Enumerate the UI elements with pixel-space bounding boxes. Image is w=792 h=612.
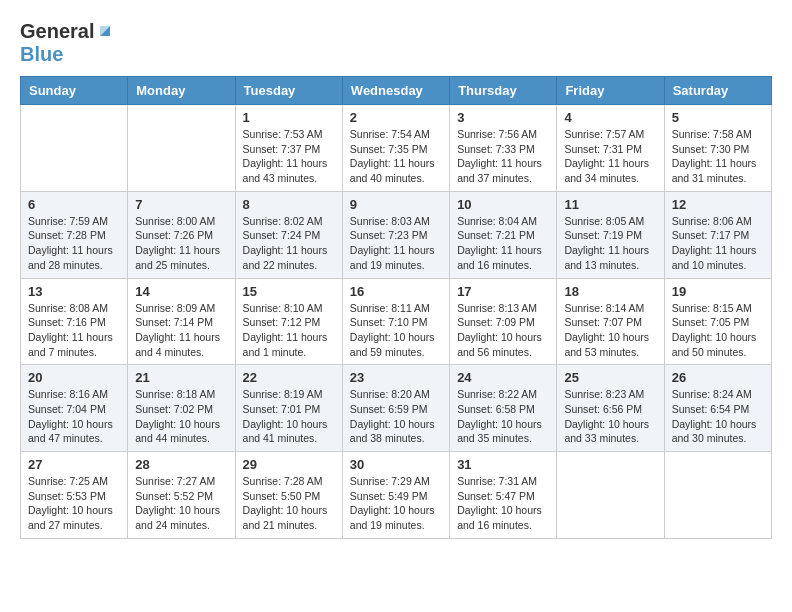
calendar-cell: 4Sunrise: 7:57 AM Sunset: 7:31 PM Daylig… [557,105,664,192]
day-number: 6 [28,197,120,212]
day-info: Sunrise: 7:57 AM Sunset: 7:31 PM Dayligh… [564,127,656,186]
day-info: Sunrise: 7:58 AM Sunset: 7:30 PM Dayligh… [672,127,764,186]
day-header-thursday: Thursday [450,77,557,105]
day-info: Sunrise: 8:14 AM Sunset: 7:07 PM Dayligh… [564,301,656,360]
calendar-cell: 11Sunrise: 8:05 AM Sunset: 7:19 PM Dayli… [557,191,664,278]
calendar-cell: 21Sunrise: 8:18 AM Sunset: 7:02 PM Dayli… [128,365,235,452]
calendar-cell [128,105,235,192]
day-info: Sunrise: 7:28 AM Sunset: 5:50 PM Dayligh… [243,474,335,533]
calendar-cell: 24Sunrise: 8:22 AM Sunset: 6:58 PM Dayli… [450,365,557,452]
day-info: Sunrise: 8:03 AM Sunset: 7:23 PM Dayligh… [350,214,442,273]
day-number: 1 [243,110,335,125]
calendar: SundayMondayTuesdayWednesdayThursdayFrid… [20,76,772,539]
day-info: Sunrise: 8:02 AM Sunset: 7:24 PM Dayligh… [243,214,335,273]
day-number: 14 [135,284,227,299]
day-number: 15 [243,284,335,299]
day-number: 3 [457,110,549,125]
day-header-friday: Friday [557,77,664,105]
day-header-tuesday: Tuesday [235,77,342,105]
calendar-cell: 26Sunrise: 8:24 AM Sunset: 6:54 PM Dayli… [664,365,771,452]
day-number: 29 [243,457,335,472]
calendar-cell: 17Sunrise: 8:13 AM Sunset: 7:09 PM Dayli… [450,278,557,365]
calendar-cell: 23Sunrise: 8:20 AM Sunset: 6:59 PM Dayli… [342,365,449,452]
calendar-cell: 28Sunrise: 7:27 AM Sunset: 5:52 PM Dayli… [128,452,235,539]
day-info: Sunrise: 7:31 AM Sunset: 5:47 PM Dayligh… [457,474,549,533]
day-info: Sunrise: 8:10 AM Sunset: 7:12 PM Dayligh… [243,301,335,360]
calendar-cell [557,452,664,539]
calendar-cell: 5Sunrise: 7:58 AM Sunset: 7:30 PM Daylig… [664,105,771,192]
day-info: Sunrise: 8:05 AM Sunset: 7:19 PM Dayligh… [564,214,656,273]
day-number: 22 [243,370,335,385]
day-info: Sunrise: 8:00 AM Sunset: 7:26 PM Dayligh… [135,214,227,273]
calendar-cell: 15Sunrise: 8:10 AM Sunset: 7:12 PM Dayli… [235,278,342,365]
day-info: Sunrise: 8:08 AM Sunset: 7:16 PM Dayligh… [28,301,120,360]
calendar-cell [664,452,771,539]
day-number: 12 [672,197,764,212]
day-number: 9 [350,197,442,212]
day-info: Sunrise: 7:25 AM Sunset: 5:53 PM Dayligh… [28,474,120,533]
day-info: Sunrise: 8:06 AM Sunset: 7:17 PM Dayligh… [672,214,764,273]
calendar-cell: 14Sunrise: 8:09 AM Sunset: 7:14 PM Dayli… [128,278,235,365]
calendar-cell: 3Sunrise: 7:56 AM Sunset: 7:33 PM Daylig… [450,105,557,192]
calendar-cell: 27Sunrise: 7:25 AM Sunset: 5:53 PM Dayli… [21,452,128,539]
day-info: Sunrise: 8:16 AM Sunset: 7:04 PM Dayligh… [28,387,120,446]
calendar-cell: 18Sunrise: 8:14 AM Sunset: 7:07 PM Dayli… [557,278,664,365]
logo-arrow-icon [96,22,114,40]
day-number: 20 [28,370,120,385]
day-info: Sunrise: 7:29 AM Sunset: 5:49 PM Dayligh… [350,474,442,533]
calendar-cell: 8Sunrise: 8:02 AM Sunset: 7:24 PM Daylig… [235,191,342,278]
day-number: 11 [564,197,656,212]
day-header-wednesday: Wednesday [342,77,449,105]
logo: General Blue [20,20,114,66]
calendar-cell: 6Sunrise: 7:59 AM Sunset: 7:28 PM Daylig… [21,191,128,278]
day-number: 7 [135,197,227,212]
calendar-cell: 31Sunrise: 7:31 AM Sunset: 5:47 PM Dayli… [450,452,557,539]
day-number: 24 [457,370,549,385]
calendar-cell: 16Sunrise: 8:11 AM Sunset: 7:10 PM Dayli… [342,278,449,365]
day-header-saturday: Saturday [664,77,771,105]
logo-general-text: General [20,20,94,43]
day-info: Sunrise: 8:15 AM Sunset: 7:05 PM Dayligh… [672,301,764,360]
day-number: 17 [457,284,549,299]
day-info: Sunrise: 8:09 AM Sunset: 7:14 PM Dayligh… [135,301,227,360]
day-info: Sunrise: 8:20 AM Sunset: 6:59 PM Dayligh… [350,387,442,446]
day-info: Sunrise: 7:59 AM Sunset: 7:28 PM Dayligh… [28,214,120,273]
day-number: 2 [350,110,442,125]
calendar-cell [21,105,128,192]
day-info: Sunrise: 7:27 AM Sunset: 5:52 PM Dayligh… [135,474,227,533]
day-number: 30 [350,457,442,472]
day-info: Sunrise: 7:56 AM Sunset: 7:33 PM Dayligh… [457,127,549,186]
calendar-cell: 9Sunrise: 8:03 AM Sunset: 7:23 PM Daylig… [342,191,449,278]
day-number: 19 [672,284,764,299]
day-number: 25 [564,370,656,385]
day-info: Sunrise: 7:54 AM Sunset: 7:35 PM Dayligh… [350,127,442,186]
calendar-cell: 25Sunrise: 8:23 AM Sunset: 6:56 PM Dayli… [557,365,664,452]
calendar-cell: 20Sunrise: 8:16 AM Sunset: 7:04 PM Dayli… [21,365,128,452]
day-number: 13 [28,284,120,299]
calendar-cell: 7Sunrise: 8:00 AM Sunset: 7:26 PM Daylig… [128,191,235,278]
calendar-cell: 12Sunrise: 8:06 AM Sunset: 7:17 PM Dayli… [664,191,771,278]
day-number: 4 [564,110,656,125]
calendar-cell: 1Sunrise: 7:53 AM Sunset: 7:37 PM Daylig… [235,105,342,192]
day-info: Sunrise: 8:24 AM Sunset: 6:54 PM Dayligh… [672,387,764,446]
day-header-sunday: Sunday [21,77,128,105]
calendar-cell: 13Sunrise: 8:08 AM Sunset: 7:16 PM Dayli… [21,278,128,365]
day-number: 16 [350,284,442,299]
day-number: 8 [243,197,335,212]
day-info: Sunrise: 8:23 AM Sunset: 6:56 PM Dayligh… [564,387,656,446]
day-number: 5 [672,110,764,125]
calendar-cell: 30Sunrise: 7:29 AM Sunset: 5:49 PM Dayli… [342,452,449,539]
calendar-cell: 29Sunrise: 7:28 AM Sunset: 5:50 PM Dayli… [235,452,342,539]
day-number: 27 [28,457,120,472]
day-number: 31 [457,457,549,472]
day-number: 26 [672,370,764,385]
calendar-cell: 22Sunrise: 8:19 AM Sunset: 7:01 PM Dayli… [235,365,342,452]
calendar-cell: 2Sunrise: 7:54 AM Sunset: 7:35 PM Daylig… [342,105,449,192]
day-header-monday: Monday [128,77,235,105]
day-number: 21 [135,370,227,385]
day-info: Sunrise: 7:53 AM Sunset: 7:37 PM Dayligh… [243,127,335,186]
day-info: Sunrise: 8:13 AM Sunset: 7:09 PM Dayligh… [457,301,549,360]
day-info: Sunrise: 8:04 AM Sunset: 7:21 PM Dayligh… [457,214,549,273]
day-info: Sunrise: 8:11 AM Sunset: 7:10 PM Dayligh… [350,301,442,360]
day-info: Sunrise: 8:19 AM Sunset: 7:01 PM Dayligh… [243,387,335,446]
